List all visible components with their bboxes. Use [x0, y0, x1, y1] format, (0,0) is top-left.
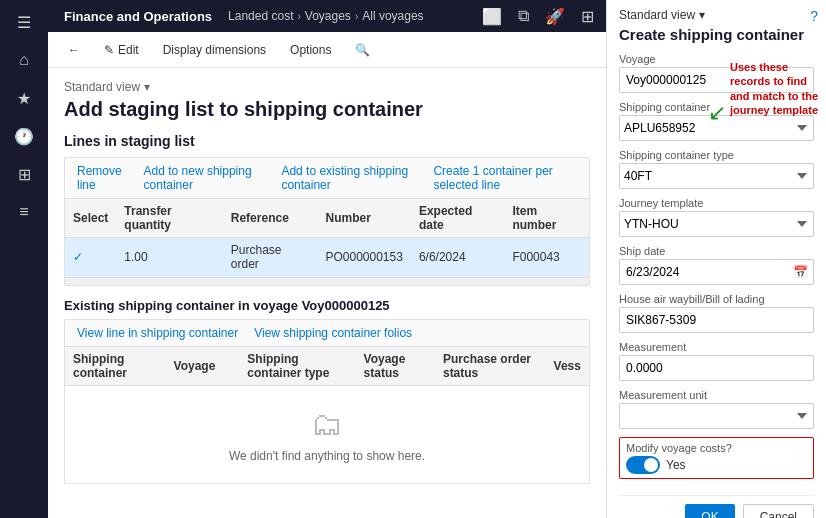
add-existing-container-link[interactable]: Add to existing shipping container — [281, 164, 417, 192]
main-area: Finance and Operations Landed cost › Voy… — [48, 0, 606, 518]
empty-state: 🗂 We didn't find anything to show here. — [65, 386, 589, 483]
col-icon — [223, 347, 239, 386]
lines-link-bar: Remove line Add to new shipping containe… — [65, 158, 589, 199]
remove-line-link[interactable]: Remove line — [77, 164, 128, 192]
col-vessel: Vess — [546, 347, 589, 386]
journey-template-label: Journey template — [619, 197, 814, 209]
col-expected-date: Expected date — [411, 199, 504, 238]
options-button[interactable]: Options — [286, 41, 335, 59]
view-line-link[interactable]: View line in shipping container — [77, 326, 238, 340]
measurement-label: Measurement — [619, 341, 814, 353]
back-button[interactable]: ← — [64, 41, 84, 59]
add-new-container-link[interactable]: Add to new shipping container — [144, 164, 266, 192]
copy-icon[interactable]: ⧉ — [514, 5, 533, 28]
existing-section-title: Existing shipping container in voyage Vo… — [64, 298, 590, 313]
page-content: Standard view ▾ Add staging list to ship… — [48, 68, 606, 518]
search-icon: 🔍 — [355, 43, 370, 57]
cancel-button[interactable]: Cancel — [743, 504, 814, 518]
view-folios-link[interactable]: View shipping container folios — [254, 326, 412, 340]
measurement-input[interactable] — [619, 355, 814, 381]
window-icon[interactable]: ⬜ — [478, 5, 506, 28]
existing-table: Shipping container Voyage Shipping conta… — [65, 347, 589, 386]
chevron-down-icon: ▾ — [144, 80, 150, 94]
chevron-down-icon: ▾ — [699, 8, 705, 22]
grid-icon[interactable]: ⊞ — [577, 5, 598, 28]
col-po-status: Purchase order status — [435, 347, 546, 386]
empty-state-message: We didn't find anything to show here. — [85, 449, 569, 463]
nav-hamburger[interactable]: ☰ — [4, 4, 44, 40]
existing-section: View line in shipping container View shi… — [64, 319, 590, 484]
container-type-field-group: Shipping container type 40FT — [619, 149, 814, 189]
annotation-arrow-icon: ↙ — [708, 100, 726, 126]
row-number: PO000000153 — [317, 238, 410, 277]
yes-label: Yes — [666, 458, 686, 472]
standard-view-label[interactable]: Standard view ▾ — [64, 80, 590, 94]
edit-icon: ✎ — [104, 43, 114, 57]
nav-pin[interactable]: ★ — [4, 80, 44, 116]
col-item-number: Item number — [504, 199, 589, 238]
horizontal-scrollbar[interactable] — [65, 277, 589, 285]
waybill-field-group: House air waybill/Bill of lading — [619, 293, 814, 333]
measurement-unit-select[interactable] — [619, 403, 814, 429]
row-transfer-qty: 1.00 — [116, 238, 222, 277]
ok-button[interactable]: OK — [685, 504, 734, 518]
ship-date-input[interactable] — [619, 259, 814, 285]
toggle-row: Yes — [626, 456, 807, 474]
waybill-label: House air waybill/Bill of lading — [619, 293, 814, 305]
top-bar-icons: ⬜ ⧉ 🚀 ⊞ — [478, 5, 598, 28]
nav-workspaces[interactable]: ⊞ — [4, 156, 44, 192]
row-reference: Purchase order — [223, 238, 318, 277]
app-title: Finance and Operations — [56, 9, 220, 24]
journey-template-field-group: Journey template YTN-HOU — [619, 197, 814, 237]
measurement-unit-label: Measurement unit — [619, 389, 814, 401]
col-voyage: Voyage — [166, 347, 224, 386]
edit-button[interactable]: ✎ Edit — [100, 41, 143, 59]
breadcrumb: Landed cost › Voyages › All voyages — [228, 9, 424, 23]
col-reference: Reference — [223, 199, 318, 238]
display-dimensions-button[interactable]: Display dimensions — [159, 41, 270, 59]
row-expected-date: 6/6/2024 — [411, 238, 504, 277]
panel-view-selector[interactable]: Standard view ▾ — [619, 8, 814, 22]
journey-template-select[interactable]: YTN-HOU — [619, 211, 814, 237]
container-type-label: Shipping container type — [619, 149, 814, 161]
back-arrow-icon: ← — [68, 43, 80, 57]
nav-recent[interactable]: 🕐 — [4, 118, 44, 154]
table-row[interactable]: ✓ 1.00 Purchase order PO000000153 6/6/20… — [65, 238, 589, 277]
annotation-text: Uses these records to find and match to … — [730, 60, 820, 117]
container-type-select[interactable]: 40FT — [619, 163, 814, 189]
search-button[interactable]: 🔍 — [351, 41, 374, 59]
breadcrumb-voyages[interactable]: Voyages — [305, 9, 351, 23]
rocket-icon[interactable]: 🚀 — [541, 5, 569, 28]
col-container-type: Shipping container type — [239, 347, 355, 386]
measurement-unit-field-group: Measurement unit — [619, 389, 814, 429]
row-item-number: F000043 — [504, 238, 589, 277]
ship-date-field-group: Ship date 📅 — [619, 245, 814, 285]
action-bar: ← ✎ Edit Display dimensions Options 🔍 — [48, 32, 606, 68]
voyage-costs-toggle[interactable] — [626, 456, 660, 474]
top-bar: Finance and Operations Landed cost › Voy… — [48, 0, 606, 32]
col-voyage-status: Voyage status — [356, 347, 435, 386]
voyage-costs-box: Modify voyage costs? Yes — [619, 437, 814, 479]
empty-icon: 🗂 — [85, 406, 569, 443]
help-icon[interactable]: ? — [810, 8, 818, 24]
measurement-field-group: Measurement — [619, 341, 814, 381]
panel-title: Create shipping container — [619, 26, 814, 43]
existing-link-bar: View line in shipping container View shi… — [65, 320, 589, 347]
lines-table: Select Transfer quantity Reference Numbe… — [65, 199, 589, 277]
left-navigation: ☰ ⌂ ★ 🕐 ⊞ ≡ — [0, 0, 48, 518]
col-number: Number — [317, 199, 410, 238]
create-container-per-line-link[interactable]: Create 1 container per selected line — [433, 164, 577, 192]
breadcrumb-landed-cost[interactable]: Landed cost — [228, 9, 293, 23]
page-title: Add staging list to shipping container — [64, 98, 590, 121]
right-panel: ? Standard view ▾ Create shipping contai… — [606, 0, 826, 518]
nav-home[interactable]: ⌂ — [4, 42, 44, 78]
breadcrumb-sep-1: › — [297, 11, 300, 22]
ship-date-wrap: 📅 — [619, 259, 814, 285]
waybill-input[interactable] — [619, 307, 814, 333]
col-select: Select — [65, 199, 116, 238]
col-shipping-container: Shipping container — [65, 347, 166, 386]
nav-list[interactable]: ≡ — [4, 194, 44, 230]
lines-section: Remove line Add to new shipping containe… — [64, 157, 590, 286]
breadcrumb-current: All voyages — [362, 9, 423, 23]
lines-section-title: Lines in staging list — [64, 133, 590, 149]
